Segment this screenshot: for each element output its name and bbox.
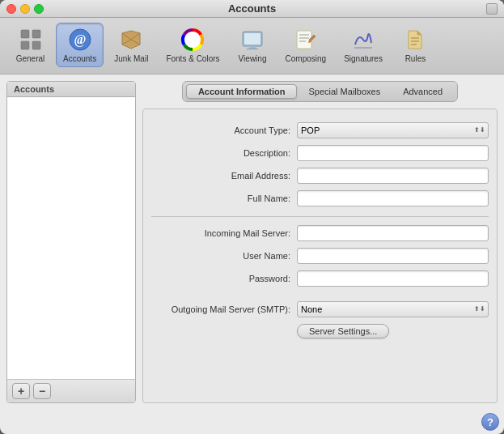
titlebar: Accounts (0, 0, 504, 18)
main-window: Accounts General @ (0, 0, 504, 434)
form-panel: Account Type: POP IMAP Description: E (142, 108, 498, 403)
fonts-colors-icon (180, 27, 205, 53)
tab-special-mailboxes[interactable]: Special Mailboxes (297, 85, 392, 98)
account-type-label: Account Type: (151, 126, 297, 135)
toolbar: General @ Accounts Junk Mai (0, 18, 504, 74)
toolbar-label-fonts-colors: Fonts & Colors (166, 54, 219, 63)
toolbar-label-signatures: Signatures (344, 54, 383, 63)
incoming-server-input[interactable] (297, 225, 489, 241)
fullname-row: Full Name: (151, 190, 489, 206)
username-row: User Name: (151, 248, 489, 264)
server-settings-button[interactable]: Server Settings... (297, 324, 389, 338)
svg-text:@: @ (74, 32, 86, 47)
resize-button[interactable] (486, 3, 498, 15)
username-input[interactable] (297, 248, 489, 264)
toolbar-label-composing: Composing (286, 54, 327, 63)
form-divider (151, 216, 489, 217)
viewing-icon (239, 27, 265, 53)
toolbar-item-composing[interactable]: Composing (278, 23, 334, 67)
tab-advanced[interactable]: Advanced (392, 85, 454, 98)
smtp-label: Outgoing Mail Server (SMTP): (151, 304, 297, 314)
add-account-button[interactable]: + (12, 383, 30, 399)
toolbar-item-fonts-colors[interactable]: Fonts & Colors (159, 23, 227, 67)
password-input[interactable] (297, 270, 489, 287)
junk-mail-icon (118, 27, 144, 53)
smtp-select-wrapper: None (297, 301, 489, 317)
account-type-row: Account Type: POP IMAP (151, 122, 489, 138)
signatures-icon (350, 27, 376, 53)
description-row: Description: (151, 145, 489, 161)
accounts-icon: @ (67, 27, 93, 53)
description-input[interactable] (297, 145, 489, 161)
toolbar-item-junk-mail[interactable]: Junk Mail (107, 23, 155, 67)
smtp-select[interactable]: None (297, 301, 489, 317)
toolbar-item-viewing[interactable]: Viewing (231, 23, 275, 67)
svg-rect-3 (32, 41, 40, 49)
username-label: User Name: (151, 251, 297, 261)
toolbar-item-accounts[interactable]: @ Accounts (56, 23, 104, 67)
composing-icon (293, 27, 319, 53)
svg-rect-12 (247, 49, 258, 49)
svg-rect-1 (32, 30, 40, 38)
password-row: Password: (151, 270, 489, 287)
toolbar-label-general: General (16, 54, 45, 63)
svg-rect-2 (21, 41, 29, 49)
toolbar-label-junk-mail: Junk Mail (114, 54, 148, 63)
smtp-row: Outgoing Mail Server (SMTP): None (151, 301, 489, 317)
detail-panel: Account Information Special Mailboxes Ad… (142, 81, 498, 403)
sidebar-header: Accounts (7, 82, 135, 97)
window-title: Accounts (228, 2, 276, 15)
bottom-bar: ? (0, 410, 504, 434)
maximize-button[interactable] (34, 4, 44, 14)
sidebar: Accounts + − (6, 81, 136, 403)
toolbar-item-signatures[interactable]: Signatures (337, 23, 390, 67)
email-row: Email Address: (151, 168, 489, 184)
toolbar-label-accounts: Accounts (63, 54, 96, 63)
email-input[interactable] (297, 168, 489, 184)
svg-rect-0 (21, 30, 29, 38)
description-label: Description: (151, 148, 297, 158)
fullname-label: Full Name: (151, 194, 297, 203)
general-icon (18, 27, 44, 53)
incoming-row: Incoming Mail Server: (151, 225, 489, 241)
main-content: Accounts + − Account Information Special… (0, 74, 504, 410)
account-type-select-wrapper: POP IMAP (297, 122, 489, 138)
sidebar-footer: + − (7, 379, 135, 402)
email-label: Email Address: (151, 171, 297, 181)
toolbar-label-rules: Rules (405, 54, 426, 63)
help-button[interactable]: ? (481, 413, 499, 431)
sidebar-list (7, 97, 135, 379)
server-settings-row: Server Settings... (151, 324, 489, 338)
toolbar-label-viewing: Viewing (239, 54, 267, 63)
rules-icon (402, 27, 428, 53)
svg-rect-11 (249, 46, 256, 49)
tabs-container: Account Information Special Mailboxes Ad… (182, 81, 458, 102)
toolbar-item-rules[interactable]: Rules (393, 23, 438, 67)
tab-account-information[interactable]: Account Information (186, 84, 298, 99)
toolbar-item-general[interactable]: General (8, 23, 53, 67)
password-label: Password: (151, 274, 297, 283)
remove-account-button[interactable]: − (33, 383, 51, 399)
fullname-input[interactable] (297, 190, 489, 206)
incoming-label: Incoming Mail Server: (151, 228, 297, 238)
svg-rect-10 (244, 33, 260, 45)
account-type-select[interactable]: POP IMAP (297, 122, 489, 138)
traffic-lights (6, 4, 44, 14)
close-button[interactable] (6, 4, 16, 14)
minimize-button[interactable] (20, 4, 30, 14)
